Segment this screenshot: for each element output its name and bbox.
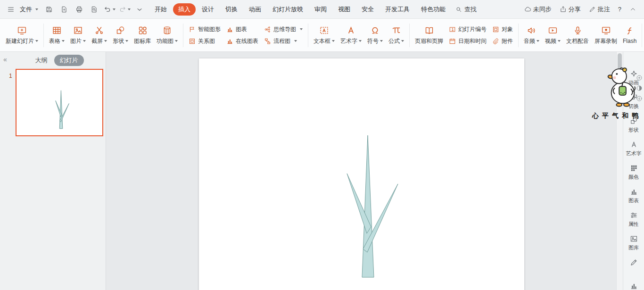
slide-number-label: 幻灯片编号 xyxy=(458,25,487,33)
doc-dubbing-button[interactable]: 文档配音 xyxy=(563,21,592,50)
object-button[interactable]: 对象 xyxy=(492,25,513,33)
collapse-panel-button[interactable]: « xyxy=(3,56,7,63)
tab-features[interactable]: 特色功能 xyxy=(416,3,451,16)
tab-slideshow[interactable]: 幻灯片放映 xyxy=(267,3,308,16)
new-slide-button[interactable]: 新建幻灯片 xyxy=(3,21,41,50)
tab-home[interactable]: 开始 xyxy=(149,3,172,16)
relation-diagram-button[interactable]: 关系图 xyxy=(189,37,221,45)
file-menu[interactable]: 文件 xyxy=(20,5,38,14)
chevron-down-icon xyxy=(128,8,131,10)
panel-chart[interactable]: 图表 xyxy=(628,188,639,211)
video-label: 视频 xyxy=(545,37,556,45)
slide-thumbnail[interactable] xyxy=(16,69,103,136)
cylinder-icon xyxy=(162,25,172,35)
slide-canvas[interactable] xyxy=(199,58,524,290)
table-button[interactable]: 表格 xyxy=(46,21,67,50)
picture-button[interactable]: 图片 xyxy=(67,21,89,50)
panel-extra-2[interactable] xyxy=(630,282,638,290)
bar-chart-icon xyxy=(226,26,233,33)
save-icon xyxy=(45,6,53,13)
object-label: 对象 xyxy=(502,25,513,33)
panel-extra-1[interactable] xyxy=(630,258,638,282)
textbox-label: 文本框 xyxy=(314,37,330,45)
function-diagram-label: 功能图 xyxy=(157,37,173,45)
datetime-button[interactable]: 日期和时间 xyxy=(449,37,487,45)
chevron-down-icon xyxy=(104,40,107,42)
redo-button[interactable] xyxy=(118,3,131,16)
flowchart-button[interactable]: 流程图 xyxy=(264,37,303,45)
flash-button[interactable]: Flash xyxy=(620,21,639,50)
attachment-button[interactable]: 附件 xyxy=(492,37,513,45)
export-icon xyxy=(60,6,68,13)
textbox-button[interactable]: 文本框 xyxy=(311,21,338,50)
formula-button[interactable]: 公式 xyxy=(386,21,407,50)
smart-graphics-button[interactable]: 智能图形 xyxy=(189,25,221,33)
tab-devtools[interactable]: 开发工具 xyxy=(380,3,415,16)
slide-panel: « 大纲 幻灯片 1 xyxy=(0,52,106,290)
ribbon-separator xyxy=(183,24,183,47)
tab-insert[interactable]: 插入 xyxy=(173,3,196,16)
video-button[interactable]: 视频 xyxy=(542,21,563,50)
tab-security[interactable]: 安全 xyxy=(356,3,379,16)
tab-design[interactable]: 设计 xyxy=(197,3,219,16)
header-footer-button[interactable]: 页眉和页脚 xyxy=(412,21,446,50)
tab-view[interactable]: 视图 xyxy=(333,3,355,16)
icon-library-button[interactable]: 图标库 xyxy=(131,21,154,50)
panel-wordart[interactable]: 艺术字 xyxy=(626,141,642,164)
undo-button[interactable] xyxy=(103,3,116,16)
icon-library-icon xyxy=(138,25,148,35)
shapes-icon xyxy=(116,25,125,35)
tab-animations[interactable]: 动画 xyxy=(244,3,266,16)
tree-trunk-shape[interactable] xyxy=(362,135,374,277)
tab-transitions[interactable]: 切换 xyxy=(220,3,243,16)
ribbon-separator xyxy=(409,24,410,47)
comment-button[interactable]: 批注 xyxy=(589,5,610,14)
panel-shape[interactable]: 形状 xyxy=(628,117,639,141)
shapes-button[interactable]: 形状 xyxy=(110,21,131,50)
omega-icon xyxy=(370,25,380,35)
export-pdf-button[interactable] xyxy=(58,3,70,16)
chart-button[interactable]: 图表 xyxy=(226,25,258,33)
audio-button[interactable]: 音频 xyxy=(521,21,542,50)
search-icon xyxy=(455,6,462,13)
sync-status-button[interactable]: 未同步 xyxy=(524,5,552,14)
chevron-down-icon xyxy=(300,28,303,30)
tab-slides[interactable]: 幻灯片 xyxy=(54,55,84,66)
help-button[interactable]: ? xyxy=(618,6,621,13)
tab-review[interactable]: 审阅 xyxy=(309,3,332,16)
print-preview-button[interactable] xyxy=(88,3,100,16)
wordart-button[interactable]: 艺术字 xyxy=(338,21,364,50)
panel-gallery-label: 图库 xyxy=(628,244,639,251)
screenshot-button[interactable]: 截屏 xyxy=(89,21,110,50)
mindmap-button[interactable]: 思维导图 xyxy=(264,25,303,33)
panel-tabs: 大纲 幻灯片 xyxy=(13,55,106,66)
function-diagram-button[interactable]: 功能图 xyxy=(154,21,181,50)
print-button[interactable] xyxy=(73,3,85,16)
editing-canvas[interactable] xyxy=(107,52,616,290)
online-chart-button[interactable]: 在线图表 xyxy=(226,37,258,45)
customize-toolbar-button[interactable] xyxy=(133,3,146,16)
panel-shape-label: 形状 xyxy=(628,126,639,133)
online-chart-label: 在线图表 xyxy=(236,37,258,45)
slide-number-button[interactable]: 幻灯片编号 xyxy=(449,25,487,33)
symbol-label: 符号 xyxy=(367,37,379,45)
symbol-button[interactable]: 符号 xyxy=(364,21,386,50)
find-button[interactable]: 查找 xyxy=(455,5,477,14)
panel-properties[interactable]: 属性 xyxy=(628,211,639,235)
bar-chart-icon xyxy=(630,282,638,290)
icon-library-label: 图标库 xyxy=(134,37,151,45)
screen-record-label: 屏幕录制 xyxy=(594,37,617,45)
relation-diagram-label: 关系图 xyxy=(198,37,215,45)
collapse-ribbon-button[interactable] xyxy=(629,6,636,13)
audio-label: 音频 xyxy=(524,37,535,45)
picture-icon xyxy=(630,235,638,243)
chevron-down-icon xyxy=(35,40,38,42)
app-menu-button[interactable] xyxy=(5,3,17,16)
screen-record-button[interactable]: 屏幕录制 xyxy=(592,21,620,50)
panel-color[interactable]: 颜色 xyxy=(628,164,639,188)
tab-outline[interactable]: 大纲 xyxy=(35,56,48,65)
panel-gallery[interactable]: 图库 xyxy=(628,235,639,258)
save-button[interactable] xyxy=(43,3,55,16)
share-button[interactable]: 分享 xyxy=(560,5,581,14)
cloud-icon xyxy=(524,6,531,13)
